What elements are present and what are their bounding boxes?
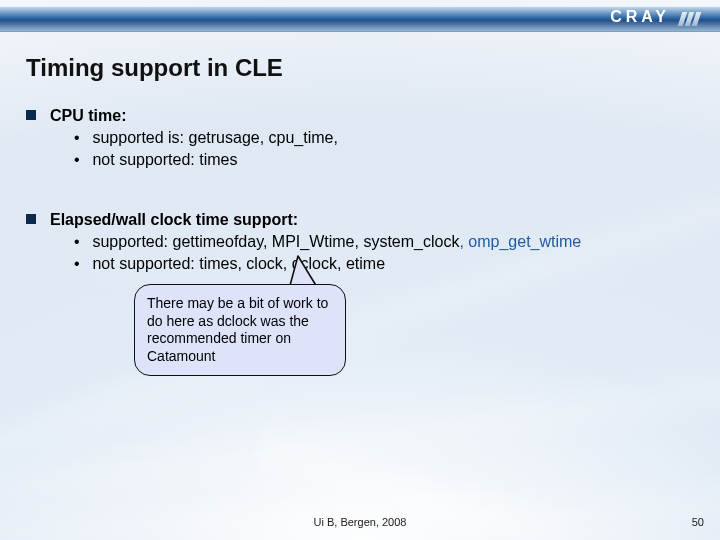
slide-title: Timing support in CLE — [26, 54, 283, 82]
item-value: times, clock, dclock, etime — [199, 255, 385, 272]
page-number: 50 — [692, 516, 704, 528]
callout-note: There may be a bit of work to do here as… — [134, 284, 346, 376]
section-cpu-time: CPU time: • supported is: getrusage, cpu… — [26, 106, 696, 170]
dot-bullet-icon: • — [74, 254, 88, 274]
item-value: gettimeofday, MPI_Wtime, system_clock — [173, 233, 460, 250]
dot-bullet-icon: • — [74, 150, 88, 170]
slide: CRAY Timing support in CLE CPU time: • s… — [0, 0, 720, 540]
list-item: • supported is: getrusage, cpu_time, — [74, 128, 696, 148]
list-item: • not supported: times — [74, 150, 696, 170]
section-heading: CPU time: — [50, 106, 696, 126]
brand-logo-text: CRAY — [610, 8, 670, 26]
footer: Ui B, Bergen, 2008 50 — [0, 516, 720, 534]
top-bar: CRAY — [0, 6, 720, 32]
footer-center-text: Ui B, Bergen, 2008 — [314, 516, 407, 528]
brand-logo-stripes-icon — [680, 12, 706, 26]
item-label: supported is: — [92, 129, 188, 146]
section-heading: Elapsed/wall clock time support: — [50, 210, 696, 230]
item-extra-fn: , omp_get_wtime — [459, 233, 581, 250]
square-bullet-icon — [26, 110, 36, 120]
item-label: not supported: — [92, 151, 199, 168]
list-item: • not supported: times, clock, dclock, e… — [74, 254, 696, 274]
item-value: getrusage, cpu_time, — [189, 129, 338, 146]
item-label: not supported: — [92, 255, 199, 272]
sub-list: • supported is: getrusage, cpu_time, • n… — [50, 128, 696, 170]
square-bullet-icon — [26, 214, 36, 224]
item-label: supported: — [92, 233, 172, 250]
sub-list: • supported: gettimeofday, MPI_Wtime, sy… — [50, 232, 696, 274]
item-value: times — [199, 151, 237, 168]
section-elapsed-time: Elapsed/wall clock time support: • suppo… — [26, 210, 696, 274]
content-area: CPU time: • supported is: getrusage, cpu… — [26, 106, 696, 314]
dot-bullet-icon: • — [74, 128, 88, 148]
dot-bullet-icon: • — [74, 232, 88, 252]
list-item: • supported: gettimeofday, MPI_Wtime, sy… — [74, 232, 696, 252]
